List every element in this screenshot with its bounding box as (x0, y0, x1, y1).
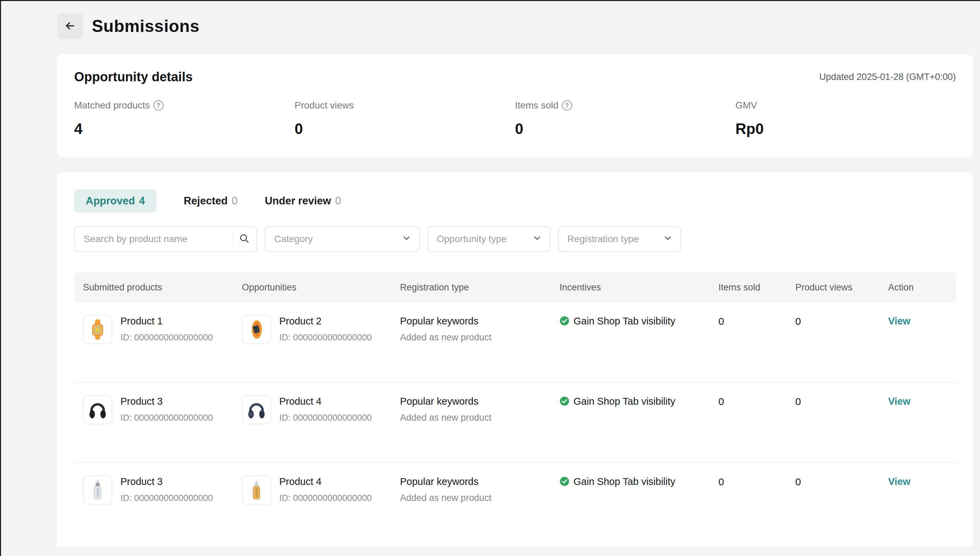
product-info: Product 1ID: 0000000000000000 (120, 315, 213, 343)
action-cell: View (879, 315, 956, 327)
product-image (242, 315, 271, 344)
page-header: Submissions (57, 13, 973, 39)
product-views-value: 0 (786, 396, 879, 407)
metric-label: Matched products? (74, 100, 294, 111)
metric: Product views0 (294, 100, 515, 137)
table-row: Product 3ID: 0000000000000000Product 4ID… (74, 463, 956, 543)
incentive-label: Gain Shop Tab visibility (574, 315, 675, 327)
opportunity-product-cell: Product 4ID: 0000000000000000 (233, 395, 391, 424)
search-input[interactable] (84, 234, 233, 244)
check-circle-icon (560, 477, 569, 488)
metric-label-text: Matched products (74, 100, 150, 111)
column-header: Opportunities (233, 282, 391, 293)
registration-subtext: Added as new product (400, 412, 551, 423)
search-divider (233, 234, 233, 244)
registration-subtext: Added as new product (400, 493, 551, 503)
product-image (83, 395, 112, 424)
table-row: Product 3ID: 0000000000000000Product 4ID… (74, 383, 956, 463)
metric: GMVRp0 (736, 100, 956, 137)
tab-count: 0 (335, 195, 341, 207)
product-name: Product 1 (120, 315, 213, 327)
incentive-label: Gain Shop Tab visibility (574, 396, 675, 407)
tab-label: Under review (265, 195, 331, 207)
incentive-label: Gain Shop Tab visibility (574, 476, 675, 487)
metric-value: 0 (515, 120, 736, 137)
product-id: ID: 0000000000000000 (279, 332, 372, 343)
chevron-down-icon (402, 234, 411, 245)
help-icon[interactable]: ? (154, 100, 163, 110)
dropdown-opportunity-type[interactable]: Opportunity type (427, 226, 550, 252)
column-header: Product views (786, 282, 879, 293)
submitted-product-cell: Product 1ID: 0000000000000000 (74, 315, 233, 344)
items-sold-value: 0 (710, 396, 786, 407)
table-row: Product 1ID: 0000000000000000Product 2ID… (74, 302, 956, 383)
product-id: ID: 0000000000000000 (279, 493, 372, 503)
metric-value: Rp0 (736, 120, 956, 137)
submissions-card: Approved4Rejected0Under review0 Category… (57, 172, 973, 546)
metric-label-text: Items sold (515, 100, 558, 111)
arrow-left-icon (64, 20, 76, 33)
product-id: ID: 0000000000000000 (279, 412, 372, 423)
status-tabs: Approved4Rejected0Under review0 (74, 189, 956, 213)
registration-type-cell: Popular keywordsAdded as new product (391, 475, 551, 503)
tab-approved[interactable]: Approved4 (74, 189, 157, 213)
tab-count: 4 (139, 195, 145, 207)
product-name: Product 4 (279, 396, 372, 407)
tab-count: 0 (232, 195, 238, 207)
incentives-cell: Gain Shop Tab visibility (551, 475, 710, 488)
updated-timestamp: Updated 2025-01-28 (GMT+0:00) (820, 72, 956, 82)
metric-label: Items sold? (515, 100, 736, 111)
back-button[interactable] (57, 13, 83, 39)
incentives-cell: Gain Shop Tab visibility (551, 395, 710, 407)
view-link[interactable]: View (888, 396, 910, 407)
items-sold-value: 0 (710, 315, 786, 327)
product-views-value: 0 (786, 476, 879, 488)
dropdown-registration-type[interactable]: Registration type (558, 226, 681, 252)
page: Submissions Opportunity details Updated … (1, 13, 980, 546)
chevron-down-icon (663, 234, 672, 245)
check-circle-icon (560, 396, 569, 407)
dropdown-label: Opportunity type (437, 234, 506, 244)
product-name: Product 2 (279, 315, 372, 327)
registration-type: Popular keywords (400, 476, 551, 487)
opportunity-product-cell: Product 2ID: 0000000000000000 (233, 315, 391, 344)
magnifier-icon[interactable] (239, 233, 250, 245)
action-cell: View (879, 475, 956, 487)
tab-under-review[interactable]: Under review0 (265, 189, 341, 213)
column-header: Items sold (710, 282, 786, 293)
tab-rejected[interactable]: Rejected0 (184, 189, 238, 213)
check-circle-icon (560, 316, 569, 327)
product-info: Product 4ID: 0000000000000000 (279, 475, 372, 503)
opportunity-product-cell: Product 4ID: 0000000000000000 (233, 475, 391, 505)
registration-type: Popular keywords (400, 315, 551, 327)
opportunity-details-card: Opportunity details Updated 2025-01-28 (… (57, 54, 973, 157)
metric: Items sold?0 (515, 100, 736, 137)
submitted-product-cell: Product 3ID: 0000000000000000 (74, 475, 233, 505)
product-image (83, 475, 112, 505)
product-id: ID: 0000000000000000 (120, 332, 213, 343)
search-box[interactable] (74, 226, 257, 252)
table-body: Product 1ID: 0000000000000000Product 2ID… (74, 302, 956, 543)
product-info: Product 3ID: 0000000000000000 (120, 395, 213, 423)
product-name: Product 4 (279, 476, 372, 487)
view-link[interactable]: View (888, 315, 910, 327)
metrics-row: Matched products?4Product views0Items so… (74, 100, 956, 137)
view-link[interactable]: View (888, 476, 910, 487)
registration-subtext: Added as new product (400, 332, 551, 343)
product-image (242, 475, 271, 505)
submitted-product-cell: Product 3ID: 0000000000000000 (74, 395, 233, 424)
registration-type-cell: Popular keywordsAdded as new product (391, 315, 551, 343)
dropdown-label: Category (274, 234, 313, 244)
column-header: Submitted products (74, 282, 233, 293)
dropdown-category[interactable]: Category (265, 226, 420, 252)
metric-label: GMV (736, 100, 956, 111)
help-icon[interactable]: ? (562, 100, 572, 110)
product-id: ID: 0000000000000000 (120, 412, 213, 423)
product-name: Product 3 (120, 396, 213, 407)
product-info: Product 2ID: 0000000000000000 (279, 315, 372, 343)
tab-label: Approved (86, 195, 135, 207)
metric-label-text: Product views (294, 100, 354, 111)
product-name: Product 3 (120, 476, 213, 487)
tab-label: Rejected (184, 195, 228, 207)
metric: Matched products?4 (74, 100, 294, 137)
